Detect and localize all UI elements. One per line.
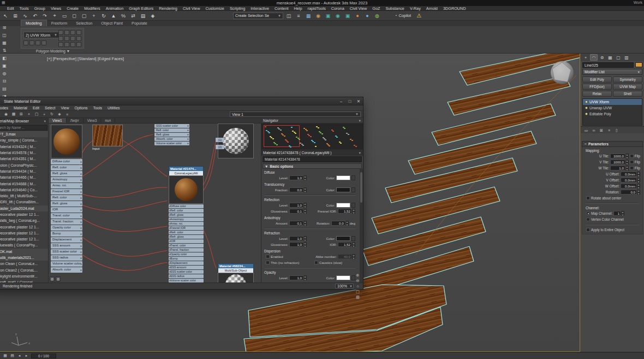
slate-tab-view1[interactable]: View1	[49, 118, 67, 123]
toolbar-icon[interactable]: ↖	[1, 11, 10, 20]
node-slot-refr-color[interactable]: Refr. color	[169, 231, 204, 234]
node-slot-volume-scatter-color[interactable]: Volume scatter color	[154, 142, 189, 145]
uvw-xform-combo[interactable]: 2) UVW Xform ▼	[23, 32, 59, 38]
spinner-level[interactable]: 1,0	[289, 236, 307, 241]
status-bar-icon[interactable]: ▤	[9, 353, 15, 358]
navigator-view-rect[interactable]	[264, 125, 300, 147]
node-title[interactable]: Material #21474...	[169, 166, 204, 171]
spin-down-icon[interactable]	[303, 178, 307, 181]
warning-icon[interactable]: ⚠	[416, 13, 421, 19]
menu-scripting[interactable]: Scripting	[227, 6, 248, 11]
flip-checkbox[interactable]	[630, 166, 634, 170]
node-slot-fresnel-ior[interactable]: Fresnel IOR	[51, 189, 82, 195]
menu-graph-editors[interactable]: Graph Editors	[126, 6, 156, 11]
maximize-button[interactable]: □	[345, 99, 354, 104]
browser-item[interactable]: HDRI_lift ( CoronaBitm...	[0, 199, 48, 205]
modifier-button-uvw-map[interactable]: UVW Map	[613, 84, 642, 90]
spinner-arrows[interactable]	[625, 166, 629, 170]
menu-edit[interactable]: Edit	[4, 6, 17, 11]
modifier-button-symmetry[interactable]: Symmetry	[613, 76, 642, 83]
browser-item[interactable]: Iron Clean ( CoronaLe...	[0, 261, 48, 267]
ribbon-mini-button[interactable]	[29, 40, 34, 45]
ribbon-mini-button[interactable]	[64, 30, 69, 35]
toolbar-icon[interactable]: ▭	[60, 11, 69, 20]
command-panel-tab[interactable]: +	[582, 54, 589, 61]
node-slot-sss-scatter-color[interactable]: SSS scatter color	[51, 249, 82, 255]
menu-arnold[interactable]: Arnold	[424, 6, 440, 11]
spin-down-icon[interactable]	[303, 205, 307, 208]
slate-toolbar-icon[interactable]: ▦	[10, 111, 17, 117]
browser-item[interactable]: Material #194578 ( M...	[0, 150, 48, 156]
node-slot-bump[interactable]: Bump	[169, 257, 204, 261]
node-slot-anisotropy[interactable]: Anisotropy	[169, 217, 204, 221]
stack-item-uvw-xform[interactable]: UVW Xform	[583, 99, 642, 105]
node-slot-absorb-color[interactable]: Absorb. color	[51, 267, 82, 273]
node-slot-bump[interactable]: Bump	[51, 231, 82, 237]
spinner-level[interactable]: 1,0	[289, 203, 307, 208]
spin-down-icon[interactable]	[345, 223, 349, 226]
spin-down-icon[interactable]	[621, 214, 624, 216]
menu-create[interactable]: Create	[64, 6, 81, 11]
toolbar-icon[interactable]: ◻	[70, 11, 79, 20]
zoom-level-combo[interactable]: 100% ▼	[335, 284, 354, 289]
spinner-level[interactable]: 1,0	[289, 175, 307, 180]
spin-down-icon[interactable]	[637, 186, 640, 189]
apply-entire-object-checkbox[interactable]	[586, 228, 590, 232]
selection-set-combo[interactable]: Create Selection Se ▼	[233, 13, 283, 19]
node-wire[interactable]	[82, 237, 168, 256]
node-slot-sss-amount[interactable]: SSS amount	[51, 243, 82, 249]
spinner-arrows[interactable]	[637, 190, 640, 195]
slate-menu-edit[interactable]: Edit	[30, 106, 42, 110]
modifier-button-relax[interactable]: Relax	[582, 91, 612, 97]
slate-menu-material[interactable]: Material	[11, 106, 30, 110]
menu-rapidtools[interactable]: rapidTools	[305, 6, 329, 11]
browser-item[interactable]: Bolon ( CoronaPhysic...	[0, 162, 48, 168]
browser-item[interactable]: Material #194351 ( M...	[0, 156, 48, 162]
toolbar-icon[interactable]: ▦	[304, 11, 313, 20]
browser-item[interactable]: Skylight environment#...	[0, 273, 48, 279]
close-button[interactable]: ✕	[354, 99, 363, 104]
modifier-button-edit-poly[interactable]: Edit Poly	[582, 76, 612, 83]
left-toolbar-icon[interactable]: ◫	[1, 32, 8, 38]
spinner-arrows[interactable]	[621, 211, 624, 216]
left-toolbar-icon[interactable]: ◧	[1, 55, 8, 61]
spin-down-icon[interactable]	[637, 174, 640, 177]
spinner-arrows[interactable]	[625, 154, 629, 158]
material-preview-sphere[interactable]	[51, 125, 82, 158]
browser-item[interactable]: ▤Master_Luda2024.mat	[0, 205, 48, 211]
slate-toolbar-icon[interactable]: +	[41, 111, 47, 117]
spinner-arrows[interactable]	[303, 209, 307, 214]
browser-item[interactable]: Material #194466 ( M...	[0, 174, 48, 180]
slot-list-node[interactable]: SSS scatter colorRefl. colorRefl. glossA…	[154, 123, 189, 145]
browser-item[interactable]: Material #194640 ( Co...	[0, 187, 48, 193]
spinner-arrows[interactable]	[303, 187, 307, 192]
toolbar-icon[interactable]: ●	[363, 11, 372, 20]
modifier-button-ffd-box[interactable]: FFD(box)	[582, 84, 612, 90]
browser-item[interactable]: Gray_simple ( Corona...	[0, 137, 48, 143]
spin-down-icon[interactable]	[637, 192, 640, 195]
color-swatch[interactable]	[336, 275, 350, 280]
ribbon-mini-button[interactable]	[76, 42, 81, 47]
object-name-field[interactable]: Line025	[582, 62, 634, 68]
slate-zoom-icon[interactable]: ⌂	[355, 284, 361, 289]
node-slot-refr-color[interactable]: Refr. color	[51, 195, 82, 201]
slate-menu-tools[interactable]: Tools	[91, 106, 105, 110]
browser-item[interactable]: Decorative plaster 12 1...	[0, 236, 48, 242]
slate-menu-options[interactable]: Options	[72, 106, 91, 110]
spinner-amount[interactable]: 0,1	[289, 221, 307, 226]
node-slot-transl-color[interactable]: Transl. color	[169, 244, 204, 248]
menu-civil-view[interactable]: Civil View	[180, 6, 203, 11]
map-channel-radio[interactable]	[586, 211, 590, 215]
ribbon-tab-freeform[interactable]: Freeform	[47, 20, 72, 26]
texture-slot-button[interactable]	[351, 203, 355, 208]
scrollbar[interactable]	[360, 169, 363, 283]
spin-down-icon[interactable]	[352, 257, 355, 260]
toolbar-icon[interactable]: ▲	[109, 11, 118, 20]
canvas-layout-icon[interactable]: ◘	[50, 276, 55, 281]
spin-down-icon[interactable]	[625, 156, 629, 159]
toolbar-icon[interactable]: ◉	[314, 11, 323, 20]
ribbon-mini-button[interactable]	[76, 30, 81, 35]
browser-item[interactable]: ▤KOK.mat	[0, 249, 48, 255]
node-slot-transl-fraction[interactable]: Transl. fraction	[169, 248, 204, 252]
command-panel-tab[interactable]: ▢	[615, 54, 622, 61]
